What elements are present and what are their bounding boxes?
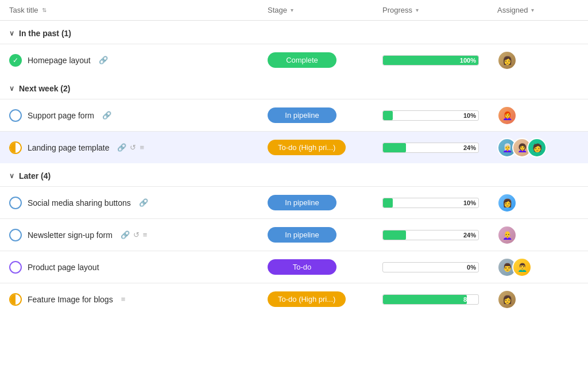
chevron-icon: ∨ [9, 172, 14, 180]
task-status-icon [9, 109, 22, 122]
assigned-cell: 👩 [488, 51, 588, 70]
avatar: 👩‍🦰 [497, 106, 517, 125]
th-progress[interactable]: Progress ▾ [373, 6, 488, 14]
progress-cell: 0% [373, 262, 488, 272]
stage-cell: In pipeline [258, 195, 373, 210]
stage-badge[interactable]: In pipeline [268, 227, 336, 243]
task-cell: Support page form 🔗 [0, 103, 258, 128]
progress-bar: 24% [382, 230, 479, 240]
th-stage[interactable]: Stage ▾ [258, 6, 373, 14]
progress-label: 24% [463, 144, 476, 151]
task-icons-row: 🔗↺≡ [117, 143, 144, 152]
task-name: Support page form [28, 111, 94, 120]
link-icon: 🔗 [139, 198, 148, 207]
avatar: 👩 [497, 51, 517, 70]
progress-wrapper: 0% [382, 262, 479, 272]
task-name: Homepage layout [28, 56, 91, 65]
task-status-icon [9, 197, 22, 209]
task-icon-wrapper [9, 293, 22, 306]
progress-bar: 100% [382, 55, 479, 66]
sort-icon-stage: ▾ [291, 7, 293, 13]
sort-icon-title: ⇅ [42, 7, 47, 13]
task-icon-wrapper [9, 109, 22, 122]
progress-cell: 24% [373, 143, 488, 153]
group-header-later[interactable]: ∨ Later (4) [0, 163, 588, 186]
link-icon: 🔗 [121, 230, 130, 239]
progress-bar: 10% [382, 110, 479, 121]
assigned-cell: 👩‍🦳 👩‍🦱 🧑 [488, 138, 588, 157]
progress-wrapper: 100% [382, 55, 479, 66]
task-icons-row: 🔗 [102, 111, 111, 120]
group-label: In the past (1) [19, 29, 71, 38]
assigned-cell: 👩‍🦰 [488, 106, 588, 125]
group-header-next-week[interactable]: ∨ Next week (2) [0, 76, 588, 99]
progress-cell: 88% [373, 294, 488, 305]
progress-cell: 10% [373, 198, 488, 208]
avatar-face: 👩 [498, 52, 516, 69]
group-label: Later (4) [19, 171, 51, 180]
th-stage-label: Stage [268, 6, 287, 14]
th-progress-label: Progress [382, 6, 412, 14]
table-row: Newsletter sign-up form 🔗↺≡ In pipeline … [0, 218, 588, 251]
avatar-face: 👩 [498, 194, 516, 212]
avatar: 🧑 [527, 138, 547, 157]
sort-icon-assigned: ▾ [531, 7, 534, 13]
avatar: 👩 [497, 193, 517, 213]
task-status-icon [9, 229, 22, 241]
stage-cell: To-do (High pri...) [258, 140, 373, 155]
table-row: Landing page template 🔗↺≡ To-do (High pr… [0, 131, 588, 163]
stage-cell: Complete [258, 52, 373, 68]
progress-wrapper: 10% [382, 198, 479, 208]
sort-icon-progress: ▾ [416, 7, 419, 13]
task-icon-wrapper: ✓ [9, 54, 22, 67]
avatar-face: 👩‍🦰 [498, 107, 516, 124]
task-name: Social media sharing buttons [28, 198, 131, 208]
avatar-group: 👩‍🦰 [497, 106, 517, 125]
progress-fill [383, 295, 467, 304]
progress-label: 88% [463, 296, 476, 303]
avatar-group: 👩 [497, 51, 517, 70]
progress-cell: 10% [373, 110, 488, 121]
table-row: Social media sharing buttons 🔗 In pipeli… [0, 186, 588, 218]
chevron-icon: ∨ [9, 84, 14, 93]
task-status-icon [9, 293, 22, 306]
avatar: 👩‍🦲 [497, 225, 517, 245]
group-label: Next week (2) [19, 84, 70, 93]
stage-badge[interactable]: In pipeline [268, 107, 336, 123]
stage-cell: In pipeline [258, 227, 373, 243]
repeat-icon: ↺ [130, 143, 136, 152]
th-assigned[interactable]: Assigned ▾ [488, 6, 588, 14]
progress-cell: 100% [373, 55, 488, 66]
avatar-face: 👩‍🦲 [498, 226, 516, 244]
stage-badge[interactable]: To-do (High pri...) [268, 291, 346, 307]
table-row: Product page layout To-do 0% 👨 👨‍🦱 [0, 251, 588, 283]
progress-bar: 10% [382, 198, 479, 208]
task-name: Landing page template [28, 143, 109, 152]
list-icon: ≡ [121, 295, 126, 303]
avatar-group: 👩 [497, 290, 517, 309]
table-row: ✓ Homepage layout 🔗 Complete 100% 👩 [0, 44, 588, 76]
task-icons-row: 🔗 [99, 56, 108, 64]
task-cell: ✓ Homepage layout 🔗 [0, 48, 258, 72]
th-task-title[interactable]: Task title ⇅ [0, 6, 258, 14]
stage-badge[interactable]: To-do [268, 259, 336, 275]
stage-badge[interactable]: To-do (High pri...) [268, 140, 346, 155]
stage-badge[interactable]: In pipeline [268, 195, 336, 210]
progress-wrapper: 88% [382, 294, 479, 305]
assigned-cell: 👩‍🦲 [488, 225, 588, 245]
progress-fill [383, 111, 393, 120]
task-icon-wrapper [9, 261, 22, 274]
progress-bar: 24% [382, 143, 479, 153]
stage-badge[interactable]: Complete [268, 52, 336, 68]
chevron-icon: ∨ [9, 29, 14, 37]
group-header-in-the-past[interactable]: ∨ In the past (1) [0, 21, 588, 44]
task-status-icon [9, 261, 22, 274]
stage-cell: To-do [258, 259, 373, 275]
th-task-title-label: Task title [9, 6, 38, 14]
th-assigned-label: Assigned [497, 6, 528, 14]
progress-label: 10% [463, 112, 476, 119]
avatar-group: 👨 👨‍🦱 [497, 258, 532, 277]
task-cell: Social media sharing buttons 🔗 [0, 191, 258, 215]
progress-wrapper: 24% [382, 143, 479, 153]
repeat-icon: ↺ [133, 230, 140, 239]
